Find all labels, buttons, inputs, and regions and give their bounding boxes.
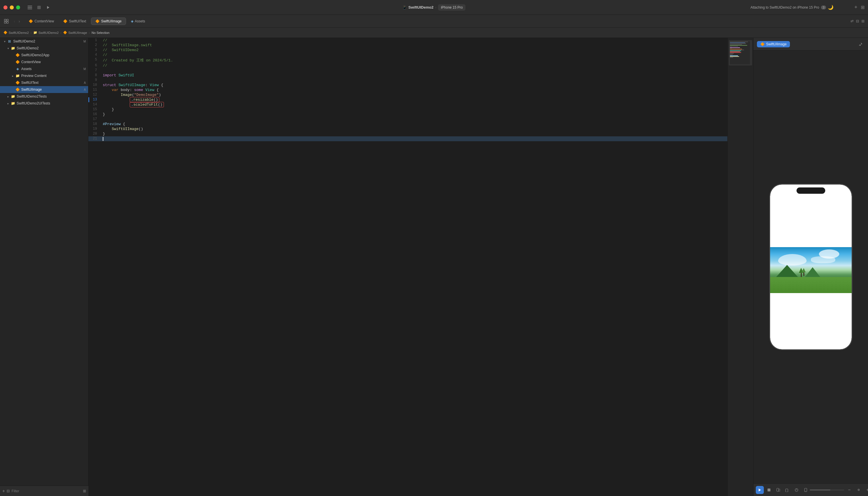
stop-button[interactable]	[45, 4, 51, 10]
minimize-button[interactable]	[10, 5, 14, 10]
folder-preview-icon: 📁	[15, 73, 20, 78]
zoom-out-btn[interactable]: −	[845, 486, 853, 494]
code-editor[interactable]: 1 // 2 // SwiftUIImage.swift 3 // SwiftU…	[89, 38, 727, 496]
breadcrumb-sep: ›	[435, 5, 436, 10]
zoom-in-btn[interactable]: +	[864, 486, 868, 494]
tab-contentview[interactable]: 🔶 ContentView	[25, 17, 58, 25]
attaching-badge: 3	[821, 5, 826, 10]
sidebar-item-app[interactable]: ▸ 🔶 SwiftUIDemo2App	[0, 52, 88, 59]
minimap	[727, 38, 753, 496]
layout-icon[interactable]: ⊟	[856, 19, 859, 23]
preview-tab-active[interactable]: 🔶 SwiftUIImage	[757, 41, 790, 47]
preview-toolbar-right: − ⊕ + ⊞	[810, 486, 868, 494]
swift-icon-2: 🔶	[63, 19, 67, 23]
breadcrumb-group[interactable]: SwiftUIDemo2	[38, 31, 59, 34]
sidebar-item-uitests[interactable]: ▸ 📁 SwiftUIDemo2UITests	[0, 100, 88, 107]
sidebar-toggle-icon[interactable]	[27, 4, 33, 10]
preview-phone-btn[interactable]	[802, 486, 810, 494]
swift-icon-text: 🔶	[15, 80, 20, 85]
code-line-15: 15 }	[89, 107, 727, 112]
device-selector[interactable]: iPhone 15 Pro	[438, 4, 466, 11]
toolbar: ‹ › 🔶 ContentView 🔶 SwiftUIText 🔶 SwiftU…	[0, 15, 868, 28]
breadcrumb-project[interactable]: SwiftUIDemo2	[9, 31, 29, 34]
sidebar-item-root[interactable]: ▾ ⊠ SwiftUIDemo2 M	[0, 38, 88, 45]
run-button[interactable]	[36, 4, 42, 10]
iphone-frame	[769, 184, 852, 350]
filter-options-icon[interactable]: ⊞	[83, 489, 86, 493]
code-line-2: 2 // SwiftUIImage.swift	[89, 43, 727, 48]
split-icon[interactable]: ⊞	[861, 4, 865, 10]
breadcrumb-file[interactable]: SwiftUIImage	[68, 31, 87, 34]
traffic-lights	[3, 5, 20, 10]
preview-toolbar-left	[756, 486, 810, 494]
code-line-6: 6 //	[89, 63, 727, 68]
sidebar-item-assets[interactable]: ▸ ◈ Assets M	[0, 65, 88, 72]
add-icon[interactable]: +	[854, 4, 857, 10]
tab-swiftuiimage[interactable]: 🔶 SwiftUIImage	[91, 17, 126, 25]
close-button[interactable]	[3, 5, 7, 10]
structure-icon[interactable]	[3, 18, 9, 24]
zoom-fit-btn[interactable]: ⊕	[854, 486, 863, 494]
code-line-13: 13 .resizable()	[89, 97, 727, 102]
sidebar-item-contentview[interactable]: ▸ 🔶 ContentView	[0, 59, 88, 65]
code-line-1: 1 //	[89, 38, 727, 43]
assets-badge: M	[83, 67, 86, 71]
tab-swiftuitext[interactable]: 🔶 SwiftUIText	[59, 17, 90, 25]
nav-back[interactable]: ‹	[13, 18, 16, 24]
inspector-icon[interactable]: ⊞	[862, 19, 865, 23]
svg-rect-5	[4, 19, 6, 21]
refresh-icon[interactable]: ⇄	[851, 19, 854, 23]
svg-marker-10	[759, 489, 761, 492]
filter-input[interactable]	[12, 489, 81, 493]
zoom-slider[interactable]	[810, 490, 844, 491]
titlebar-icons	[27, 4, 51, 10]
content-area: 1 // 2 // SwiftUIImage.swift 3 // SwiftU…	[89, 38, 868, 496]
swift-preview-icon: 🔶	[760, 42, 765, 46]
folder-tests-icon: 📁	[10, 94, 16, 99]
tab-label-swiftuitext: SwiftUIText	[69, 19, 86, 23]
swift-icon-bc: 🔶	[63, 31, 67, 34]
pin-button[interactable]	[856, 40, 865, 48]
assets-icon: ◈	[131, 19, 134, 23]
text-label: SwiftUIText	[21, 81, 83, 85]
preview-stop-btn[interactable]	[765, 486, 773, 494]
preview-play-btn[interactable]	[756, 486, 764, 494]
tab-label-swiftuiimage: SwiftUIImage	[101, 19, 121, 23]
moon-icon[interactable]: 🌙	[828, 4, 834, 10]
svg-rect-3	[37, 6, 41, 9]
sep-3: ›	[89, 31, 90, 34]
project-icon: ⊠	[7, 39, 12, 44]
code-line-8: 8 import SwiftUI	[89, 73, 727, 78]
code-line-9: 9	[89, 78, 727, 83]
attaching-text: Attaching to SwiftUIDemo2 on iPhone 15 P…	[750, 5, 819, 10]
svg-rect-11	[768, 489, 771, 492]
svg-rect-1	[28, 7, 32, 8]
breadcrumb-selection[interactable]: No Selection	[92, 31, 109, 34]
maximize-button[interactable]	[16, 5, 20, 10]
project-name: SwiftUIDemo2	[408, 5, 433, 10]
preview-orientation-btn[interactable]	[783, 486, 791, 494]
swift-icon-app: 🔶	[15, 52, 20, 58]
preview-color-btn[interactable]	[792, 486, 801, 494]
tab-label-contentview: ContentView	[34, 19, 54, 23]
code-line-3: 3 // SwiftUIDemo2	[89, 48, 727, 52]
sidebar-item-swiftuitext[interactable]: ▸ 🔶 SwiftUIText A	[0, 79, 88, 86]
sidebar-item-swiftuiimage[interactable]: ▸ 🔶 SwiftUIImage A	[0, 86, 88, 93]
swift-icon-3: 🔶	[95, 19, 99, 23]
svg-rect-12	[777, 488, 779, 492]
assets-label: Assets	[21, 67, 82, 71]
main-layout: ▾ ⊠ SwiftUIDemo2 M ▾ 📁 SwiftUIDemo2 ▸ 🔶 …	[0, 38, 868, 496]
tab-assets[interactable]: ◈ Assets	[127, 17, 150, 25]
sidebar-item-preview-content[interactable]: ▸ 📁 Preview Content	[0, 72, 88, 79]
add-filter-icon[interactable]: +	[2, 489, 5, 494]
arrow-preview: ▸	[10, 74, 15, 78]
preview-devices-btn[interactable]	[774, 486, 782, 494]
right-panel: 🔶 SwiftUIImage	[753, 38, 868, 496]
iphone-preview	[754, 50, 868, 483]
sidebar-item-tests[interactable]: ▸ 📁 SwiftUIDemo2Tests	[0, 93, 88, 100]
sidebar-item-group[interactable]: ▾ 📁 SwiftUIDemo2	[0, 45, 88, 52]
svg-rect-2	[28, 9, 32, 9]
filter-toggle-icon[interactable]: ⊟	[6, 489, 10, 493]
code-content: 1 // 2 // SwiftUIImage.swift 3 // SwiftU…	[89, 38, 727, 141]
nav-forward[interactable]: ›	[17, 18, 21, 24]
